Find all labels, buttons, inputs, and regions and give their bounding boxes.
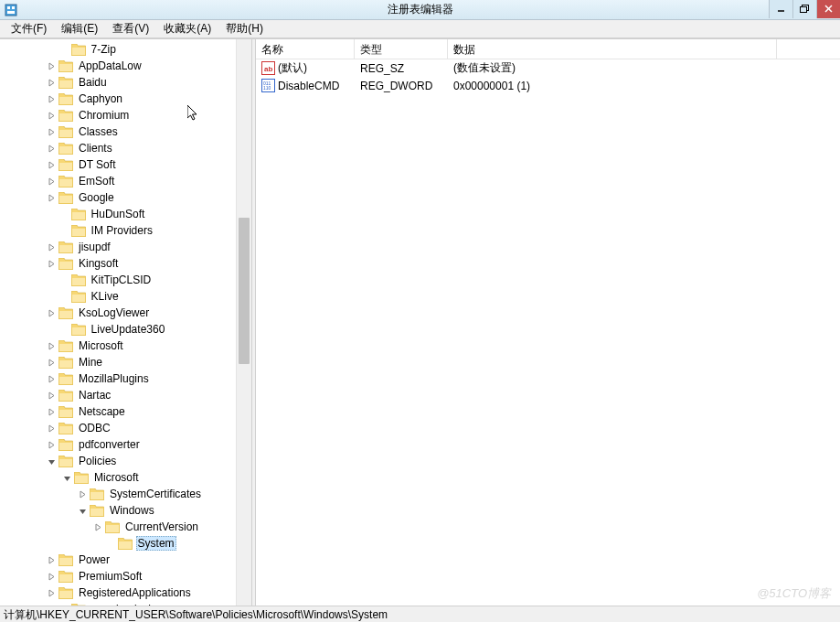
tree-node[interactable]: LiveUpdate360: [0, 321, 236, 338]
tree-node[interactable]: Windows: [0, 502, 236, 519]
tree-node[interactable]: SystemCertificates: [0, 486, 236, 502]
menu-item-1[interactable]: 编辑(E): [54, 19, 105, 38]
expander-closed-icon[interactable]: [47, 127, 57, 137]
expander-none: [59, 292, 69, 302]
restore-button[interactable]: [792, 0, 816, 18]
tree-node[interactable]: pdfconverter: [0, 436, 236, 453]
tree-node[interactable]: Microsoft: [0, 469, 236, 486]
tree-node[interactable]: Chromium: [0, 107, 236, 123]
expander-open-icon[interactable]: [47, 456, 57, 466]
close-button[interactable]: [816, 0, 840, 18]
tree-node[interactable]: jisupdf: [0, 239, 236, 255]
folder-icon: [118, 538, 133, 550]
tree-node[interactable]: Microsoft: [0, 338, 236, 354]
tree-node-label: ODBC: [77, 422, 112, 434]
svg-rect-3: [7, 11, 15, 14]
expander-closed-icon[interactable]: [47, 358, 57, 368]
expander-closed-icon[interactable]: [47, 193, 57, 203]
tree-node[interactable]: Policies: [0, 453, 236, 469]
tree-node[interactable]: EmSoft: [0, 173, 236, 189]
folder-icon: [71, 209, 86, 220]
expander-closed-icon[interactable]: [47, 374, 57, 384]
expander-closed-icon[interactable]: [47, 177, 57, 187]
tree-node[interactable]: Baidu: [0, 74, 236, 91]
expander-closed-icon[interactable]: [93, 522, 103, 532]
expander-closed-icon[interactable]: [47, 424, 57, 434]
expander-closed-icon[interactable]: [47, 341, 57, 351]
column-header[interactable]: 数据: [448, 39, 777, 59]
value-row[interactable]: ab(默认)REG_SZ(数值未设置): [256, 59, 840, 77]
tree-node[interactable]: IM Providers: [0, 222, 236, 239]
column-header[interactable]: 名称: [256, 39, 355, 59]
expander-closed-icon[interactable]: [47, 61, 57, 71]
expander-closed-icon[interactable]: [47, 111, 57, 121]
menu-item-0[interactable]: 文件(F): [4, 19, 54, 38]
minimize-button[interactable]: [769, 0, 792, 18]
tree-node[interactable]: Nartac: [0, 387, 236, 403]
expander-closed-icon[interactable]: [47, 242, 57, 252]
expander-open-icon[interactable]: [62, 473, 72, 483]
tree-node[interactable]: KLive: [0, 288, 236, 305]
tree-node[interactable]: roamingdevice: [0, 601, 236, 606]
tree-node[interactable]: Google: [0, 189, 236, 206]
tree-node[interactable]: 7-Zip: [0, 41, 236, 58]
expander-closed-icon[interactable]: [47, 407, 57, 417]
tree-node-label: Mine: [77, 356, 104, 369]
expander-closed-icon[interactable]: [78, 489, 88, 499]
expander-closed-icon[interactable]: [47, 391, 57, 401]
expander-closed-icon[interactable]: [47, 308, 57, 318]
tree-scrollbar[interactable]: [236, 39, 251, 606]
expander-open-icon[interactable]: [78, 506, 88, 516]
column-header[interactable]: 类型: [355, 39, 448, 59]
tree-node[interactable]: ODBC: [0, 420, 236, 436]
tree-node[interactable]: KitTipCLSID: [0, 272, 236, 288]
tree-node-label: KsoLogViewer: [77, 306, 151, 319]
tree-node[interactable]: Power: [0, 552, 236, 568]
menu-item-3[interactable]: 收藏夹(A): [156, 19, 218, 38]
expander-closed-icon[interactable]: [47, 144, 57, 154]
menu-item-2[interactable]: 查看(V): [105, 19, 156, 38]
expander-closed-icon[interactable]: [47, 440, 57, 450]
tree-node[interactable]: AppDataLow: [0, 58, 236, 74]
tree-node-label: Microsoft: [92, 471, 141, 484]
values-header: 名称类型数据: [256, 39, 840, 59]
tree-node-label: Kingsoft: [77, 257, 120, 270]
expander-closed-icon[interactable]: [47, 94, 57, 104]
tree-node[interactable]: Caphyon: [0, 91, 236, 107]
menu-item-4[interactable]: 帮助(H): [218, 19, 271, 38]
expander-closed-icon[interactable]: [47, 259, 57, 269]
tree-node[interactable]: Mine: [0, 354, 236, 370]
expander-closed-icon[interactable]: [47, 78, 57, 88]
tree-node-label: Chromium: [77, 109, 131, 122]
tree-node[interactable]: CurrentVersion: [0, 519, 236, 535]
expander-closed-icon[interactable]: [47, 555, 57, 565]
tree-node[interactable]: Netscape: [0, 403, 236, 420]
tree-node[interactable]: RegisteredApplications: [0, 584, 236, 601]
tree-node[interactable]: Classes: [0, 123, 236, 140]
tree-scroll[interactable]: 7-ZipAppDataLowBaiduCaphyonChromiumClass…: [0, 39, 236, 606]
value-name: DisableCMD: [278, 80, 339, 92]
expander-closed-icon[interactable]: [47, 572, 57, 582]
tree-node[interactable]: MozillaPlugins: [0, 370, 236, 387]
tree-node-label: MozillaPlugins: [77, 372, 151, 385]
tree-node-label: PremiumSoft: [77, 570, 144, 583]
expander-closed-icon[interactable]: [47, 588, 57, 598]
values-pane: 名称类型数据 ab(默认)REG_SZ(数值未设置)011110DisableC…: [256, 39, 840, 606]
scrollbar-thumb[interactable]: [239, 218, 250, 364]
value-row[interactable]: 011110DisableCMDREG_DWORD0x00000001 (1): [256, 77, 840, 94]
expander-none: [59, 209, 69, 220]
tree-node[interactable]: System: [0, 535, 236, 552]
tree-node[interactable]: PremiumSoft: [0, 568, 236, 584]
folder-icon: [58, 587, 73, 599]
folder-icon: [58, 423, 73, 434]
folder-icon: [71, 291, 86, 303]
tree-node[interactable]: HuDunSoft: [0, 206, 236, 222]
tree-node[interactable]: KsoLogViewer: [0, 305, 236, 321]
expander-none: [59, 45, 69, 55]
tree-node[interactable]: Clients: [0, 140, 236, 156]
tree-node[interactable]: Kingsoft: [0, 255, 236, 272]
statusbar: 计算机\HKEY_CURRENT_USER\Software\Policies\…: [0, 606, 840, 622]
folder-icon: [71, 274, 86, 286]
expander-closed-icon[interactable]: [47, 160, 57, 170]
tree-node[interactable]: DT Soft: [0, 156, 236, 173]
